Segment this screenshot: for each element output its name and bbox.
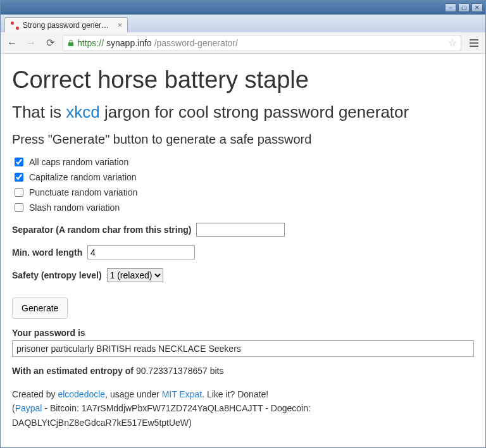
bitcoin-address: 1A7rSMddjwPbxFW71ZD724YaQLa8HCAJTT <box>82 403 263 413</box>
tab-close-icon[interactable]: × <box>118 21 122 30</box>
nav-back-button[interactable]: ← <box>6 37 18 49</box>
tab-favicon-icon <box>10 21 19 30</box>
browser-menu-button[interactable] <box>468 39 480 47</box>
option-row-slash: Slash random variation <box>12 201 474 214</box>
nav-forward-button[interactable]: → <box>25 37 37 49</box>
option-row-allcaps: All caps random variation <box>12 156 474 168</box>
punctuate-label: Punctuate random variation <box>29 187 137 197</box>
browser-toolbar: ← → ⟳ https://synapp.info/password-gener… <box>1 32 485 54</box>
dogecoin-address: DAQBLYtCjBnZ8eGdcaR7kE517Ew5tptUeW <box>12 418 189 428</box>
url-path: /password-generator/ <box>154 38 238 48</box>
min-word-length-row: Min. word length <box>12 246 474 259</box>
result-output[interactable] <box>12 340 474 357</box>
paypal-link[interactable]: Paypal <box>15 403 42 413</box>
bookmark-star-icon[interactable]: ☆ <box>448 37 457 49</box>
window-close-button[interactable]: ✕ <box>471 3 483 12</box>
footer: Created by elcodedocle, usage under MIT … <box>12 387 474 430</box>
min-word-length-input[interactable] <box>87 246 195 259</box>
allcaps-label: All caps random variation <box>29 157 128 167</box>
separator-label: Separator (A random char from this strin… <box>12 225 191 235</box>
window-maximize-button[interactable]: ▢ <box>458 3 470 12</box>
footer-close-paren: ) <box>189 418 192 428</box>
punctuate-checkbox[interactable] <box>15 188 23 197</box>
nav-reload-button[interactable]: ⟳ <box>44 37 56 49</box>
allcaps-checkbox[interactable] <box>15 158 23 166</box>
tab-active[interactable]: Strong password generator × <box>4 17 128 32</box>
entropy-unit: bits <box>210 366 224 376</box>
footer-usage-under: , usage under <box>105 389 162 399</box>
footer-doge-prefix: - Dogecoin: <box>263 403 310 413</box>
instruction-text: Press "Generate" button to generate a sa… <box>12 132 474 147</box>
capitalize-label: Capitalize random variation <box>29 172 137 182</box>
footer-btc-prefix: - Bitcoin: <box>42 403 81 413</box>
slash-checkbox[interactable] <box>15 203 23 212</box>
page-subtitle: That is xkcd jargon for cool strong pass… <box>12 103 474 122</box>
lock-icon <box>67 39 75 47</box>
capitalize-checkbox[interactable] <box>15 173 23 182</box>
generate-button[interactable]: Generate <box>12 297 68 319</box>
safety-label: Safety (entropy level) <box>12 270 102 280</box>
result-label: Your password is <box>12 328 474 338</box>
footer-like-it: . Like it? Donate! <box>202 389 268 399</box>
entropy-line: With an estimated entropy of 90.72337137… <box>12 366 474 376</box>
separator-input[interactable] <box>196 223 285 237</box>
tab-strip: Strong password generator × <box>1 15 485 32</box>
options-group: All caps random variation Capitalize ran… <box>12 156 474 214</box>
option-row-punctuate: Punctuate random variation <box>12 186 474 199</box>
entropy-label: With an estimated entropy of <box>12 366 134 376</box>
safety-row: Safety (entropy level) 1 (relaxed) <box>12 268 474 282</box>
browser-window: ─ ▢ ✕ Strong password generator × ← → ⟳ … <box>0 0 486 448</box>
window-minimize-button[interactable]: ─ <box>445 3 456 12</box>
tab-title: Strong password generator <box>23 21 111 30</box>
license-link[interactable]: MIT Expat <box>162 389 202 399</box>
subtitle-prefix: That is <box>12 103 66 121</box>
window-titlebar: ─ ▢ ✕ <box>1 1 485 15</box>
xkcd-link[interactable]: xkcd <box>66 103 99 121</box>
subtitle-suffix: jargon for cool strong password generato… <box>100 103 409 121</box>
author-link[interactable]: elcodedocle <box>58 389 105 399</box>
footer-created-by: Created by <box>12 389 58 399</box>
separator-row: Separator (A random char from this strin… <box>12 223 474 237</box>
page-title: Correct horse battery staple <box>12 66 474 94</box>
option-row-capitalize: Capitalize random variation <box>12 171 474 184</box>
url-host: synapp.info <box>106 38 152 48</box>
safety-select[interactable]: 1 (relaxed) <box>107 268 163 282</box>
slash-label: Slash random variation <box>29 202 120 213</box>
url-scheme: https:// <box>77 38 104 48</box>
address-bar[interactable]: https://synapp.info/password-generator/ … <box>63 35 461 51</box>
page-content: Correct horse battery staple That is xkc… <box>1 54 485 447</box>
entropy-value: 90.723371378657 <box>136 366 208 376</box>
min-word-length-label: Min. word length <box>12 247 82 258</box>
